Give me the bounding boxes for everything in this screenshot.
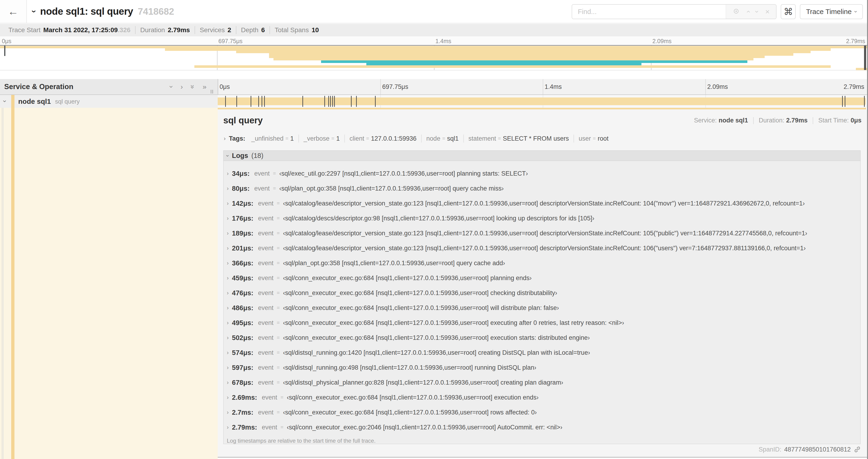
log-key: event bbox=[258, 319, 274, 327]
log-value: ‹sql/catalog/lease/descriptor_version_st… bbox=[283, 245, 806, 252]
view-dropdown-button[interactable]: Trace Timeline › bbox=[800, 4, 863, 19]
log-row[interactable]: › 142μs: event = ‹sql/catalog/lease/desc… bbox=[223, 196, 860, 211]
span-duration-bar[interactable] bbox=[218, 97, 866, 105]
detail-header: sql query Service:node sql1 Duration:2.7… bbox=[223, 116, 862, 126]
log-marker-tick[interactable] bbox=[351, 96, 352, 107]
log-value: ‹sql/conn_executor_exec.go:684 [nsql1,cl… bbox=[283, 409, 537, 416]
equals-sign: = bbox=[442, 135, 445, 141]
collapse-children-icon[interactable]: › bbox=[2, 100, 8, 102]
back-button[interactable]: ← bbox=[0, 0, 27, 23]
total-spans-label: Total Spans bbox=[275, 26, 309, 34]
find-input[interactable] bbox=[572, 5, 725, 19]
service-value: node sql1 bbox=[719, 117, 748, 124]
log-row[interactable]: › 176μs: event = ‹sql/catalog/descs/desc… bbox=[223, 211, 860, 226]
log-row[interactable]: › 459μs: event = ‹sql/conn_executor_exec… bbox=[223, 270, 860, 286]
log-timestamp: 502μs: bbox=[232, 334, 253, 342]
log-timestamp: 189μs: bbox=[232, 230, 253, 237]
minimap-left-scrubber[interactable] bbox=[4, 46, 5, 56]
log-marker-tick[interactable] bbox=[302, 96, 303, 107]
tag-key: _unfinished bbox=[251, 135, 283, 142]
log-marker-tick[interactable] bbox=[375, 96, 376, 107]
equals-sign: = bbox=[277, 335, 280, 341]
locate-icon[interactable] bbox=[733, 8, 740, 15]
span-row-name-column[interactable]: › node sql1 sql query bbox=[0, 95, 218, 108]
keyboard-shortcuts-button[interactable]: ⌘ bbox=[781, 4, 796, 19]
log-marker-tick[interactable] bbox=[845, 96, 845, 107]
chevron-down-icon: › bbox=[225, 155, 230, 157]
equals-sign: = bbox=[277, 350, 280, 356]
log-marker-tick[interactable] bbox=[251, 96, 251, 107]
collapse-one-icon[interactable]: › bbox=[168, 86, 175, 88]
log-value: ‹sql/plan_opt.go:358 [nsql1,client=127.0… bbox=[279, 185, 504, 192]
log-row[interactable]: › 366μs: event = ‹sql/plan_opt.go:358 [n… bbox=[223, 256, 860, 270]
chevron-right-icon: › bbox=[227, 350, 229, 355]
tags-accordion[interactable]: › Tags: _unfinished = 1 _verbose = 1 cli… bbox=[224, 135, 613, 142]
window-right-edge bbox=[867, 0, 868, 459]
detail-operation-title: sql query bbox=[223, 116, 263, 126]
tag-item: client = 127.0.0.1:59936 bbox=[344, 135, 421, 142]
log-value: ‹sql/catalog/descs/descriptor.go:98 [nsq… bbox=[283, 215, 594, 222]
log-key: event bbox=[258, 230, 274, 237]
column-resizer-grip[interactable] bbox=[211, 90, 213, 94]
log-row[interactable]: › 574μs: event = ‹sql/distsql_running.go… bbox=[223, 345, 860, 360]
log-timestamp: 176μs: bbox=[232, 215, 253, 222]
log-row[interactable]: › 495μs: event = ‹sql/conn_executor_exec… bbox=[223, 315, 860, 330]
log-row[interactable]: › 486μs: event = ‹sql/conn_executor_exec… bbox=[223, 300, 860, 315]
ruler-tick-2: 1.4ms bbox=[545, 79, 562, 94]
span-row-timeline[interactable] bbox=[218, 95, 868, 108]
log-timestamp: 486μs: bbox=[232, 304, 253, 312]
expand-one-icon[interactable]: › bbox=[181, 83, 183, 90]
tags-label: Tags: bbox=[229, 135, 245, 142]
log-marker-tick[interactable] bbox=[864, 96, 865, 107]
span-row[interactable]: › node sql1 sql query bbox=[0, 95, 868, 108]
log-marker-tick[interactable] bbox=[356, 96, 357, 107]
chevron-right-icon: › bbox=[227, 275, 229, 281]
minimap-graph[interactable] bbox=[0, 45, 868, 70]
find-clear-icon[interactable]: × bbox=[765, 7, 770, 16]
log-row[interactable]: › 34μs: event = ‹sql/exec_util.go:2297 [… bbox=[223, 166, 860, 181]
log-marker-tick[interactable] bbox=[334, 96, 335, 107]
minimap-right-scrubber[interactable] bbox=[864, 46, 866, 70]
ruler-tick-4: 2.79ms bbox=[843, 79, 864, 94]
log-marker-tick[interactable] bbox=[842, 96, 843, 107]
log-marker-tick[interactable] bbox=[225, 96, 226, 107]
expand-all-icon[interactable]: » bbox=[203, 83, 207, 90]
log-row[interactable]: › 2.69ms: event = ‹sql/conn_executor_exe… bbox=[223, 390, 860, 405]
find-prev-icon[interactable]: › bbox=[744, 10, 751, 13]
collapse-trace-icon[interactable]: › bbox=[30, 10, 38, 13]
log-row[interactable]: › 189μs: event = ‹sql/catalog/lease/desc… bbox=[223, 226, 860, 241]
trace-start-item: Trace Start March 31 2022, 17:25:09 .326 bbox=[4, 26, 135, 34]
service-operation-label: Service & Operation bbox=[4, 79, 73, 94]
deep-link-icon[interactable] bbox=[854, 446, 861, 453]
chevron-right-icon: › bbox=[227, 260, 229, 266]
services-label: Services bbox=[200, 26, 225, 34]
log-row[interactable]: › 80μs: event = ‹sql/plan_opt.go:358 [ns… bbox=[223, 181, 860, 196]
log-timestamp: 142μs: bbox=[232, 200, 253, 207]
span-detail-panel: sql query Service:node sql1 Duration:2.7… bbox=[218, 109, 868, 458]
detail-accent-strip bbox=[218, 108, 866, 109]
log-row[interactable]: › 678μs: event = ‹sql/distsql_physical_p… bbox=[223, 375, 860, 390]
equals-sign: = bbox=[277, 380, 280, 386]
log-row[interactable]: › 2.7ms: event = ‹sql/conn_executor_exec… bbox=[223, 405, 860, 420]
log-marker-tick[interactable] bbox=[330, 96, 331, 107]
logs-header[interactable]: › Logs (18) bbox=[223, 151, 860, 161]
log-row[interactable]: › 597μs: event = ‹sql/distsql_running.go… bbox=[223, 360, 860, 375]
log-marker-tick[interactable] bbox=[261, 96, 262, 107]
log-marker-tick[interactable] bbox=[236, 96, 237, 107]
log-timestamp: 574μs: bbox=[232, 349, 253, 357]
column-divider[interactable] bbox=[218, 79, 218, 94]
collapse-all-icon[interactable]: » bbox=[189, 85, 196, 89]
log-marker-tick[interactable] bbox=[328, 96, 329, 107]
log-row[interactable]: › 2.79ms: event = ‹sql/conn_executor_exe… bbox=[223, 420, 860, 435]
log-row[interactable]: › 201μs: event = ‹sql/catalog/lease/desc… bbox=[223, 241, 860, 256]
log-row[interactable]: › 502μs: event = ‹sql/conn_executor_exec… bbox=[223, 330, 860, 345]
chevron-right-icon: › bbox=[227, 305, 229, 311]
log-marker-tick[interactable] bbox=[264, 96, 265, 107]
log-row[interactable]: › 476μs: event = ‹sql/conn_executor_exec… bbox=[223, 286, 860, 300]
find-next-icon[interactable]: › bbox=[754, 10, 761, 13]
log-marker-tick[interactable] bbox=[258, 96, 259, 107]
log-key: event bbox=[258, 379, 274, 386]
chevron-right-icon: › bbox=[227, 245, 229, 251]
log-marker-tick[interactable] bbox=[332, 96, 333, 107]
log-marker-tick[interactable] bbox=[324, 96, 325, 107]
